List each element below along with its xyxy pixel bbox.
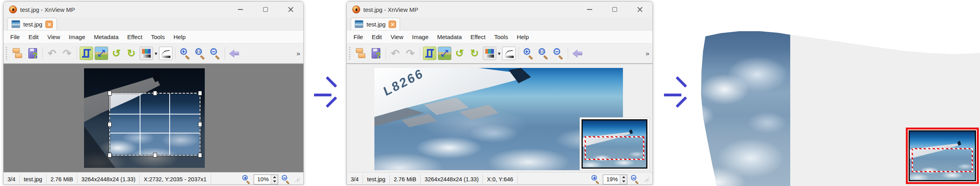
zoom-level-spinner[interactable]: 10% (254, 175, 278, 184)
menu-view[interactable]: View (386, 34, 408, 40)
zoom-actual-size-icon[interactable]: 1:1 (537, 47, 550, 60)
close-button[interactable] (627, 2, 653, 17)
status-cursor-position: X:0, Y:646 (483, 175, 518, 184)
crop-handle[interactable] (108, 153, 112, 158)
resize-grip[interactable] (644, 177, 649, 182)
rotate-left-icon[interactable]: ↺ (453, 47, 466, 60)
menu-view[interactable]: View (43, 34, 64, 40)
curves-icon[interactable] (159, 47, 172, 60)
tab-close-button[interactable] (389, 21, 396, 28)
toolbar-drag-handle[interactable] (349, 47, 352, 60)
crop-handle[interactable] (198, 122, 202, 127)
status-zoom-in-icon[interactable] (241, 175, 251, 184)
colors-dropdown-icon[interactable]: ▾ (155, 51, 157, 56)
zoom-in-icon[interactable] (522, 47, 535, 60)
status-cursor-position: X:2732, Y:2035 - 2037x1 (140, 175, 211, 184)
menu-effect[interactable]: Effect (466, 34, 490, 40)
rotate-right-icon[interactable]: ↻ (125, 47, 138, 60)
crop-handle[interactable] (153, 153, 157, 158)
crop-handle[interactable] (198, 91, 202, 96)
toolbar-drag-handle[interactable] (6, 47, 8, 60)
title-bar[interactable]: test.jpg - XnView MP (4, 2, 303, 17)
zoom-out-icon[interactable] (552, 47, 565, 60)
zoom-spinner-up[interactable] (271, 175, 278, 180)
navigator-panel[interactable] (580, 117, 649, 171)
tab-label: test.jpg (367, 21, 385, 28)
toolbar: ? ↶ ↷ ⤢ ↺ ↻ ▾ 1:1 » (4, 43, 303, 64)
navigator-viewport-rect[interactable] (585, 136, 644, 160)
undo-icon[interactable]: ↶ (45, 47, 59, 60)
menu-help[interactable]: Help (512, 34, 533, 40)
image-canvas[interactable]: L8266 (347, 64, 653, 172)
status-filename: test.jpg (20, 175, 47, 184)
rotate-right-icon[interactable]: ↻ (468, 47, 481, 60)
image-canvas[interactable] (4, 64, 303, 172)
minimize-button[interactable] (577, 2, 602, 17)
rotate-left-icon[interactable]: ↺ (110, 47, 123, 60)
menu-tools[interactable]: Tools (490, 34, 512, 40)
crop-icon[interactable] (423, 47, 436, 60)
status-filesize: 2.76 MiB (47, 175, 77, 184)
grid-line (110, 114, 200, 115)
zoom-actual-size-icon[interactable]: 1:1 (193, 47, 207, 60)
save-icon[interactable]: ? (26, 47, 39, 60)
tab-test-jpg[interactable]: test.jpg (351, 18, 400, 30)
browser-icon[interactable] (354, 47, 368, 60)
curves-icon[interactable] (502, 47, 516, 60)
crop-selection[interactable] (109, 93, 200, 156)
redo-icon[interactable]: ↷ (404, 47, 417, 60)
tab-close-button[interactable] (45, 21, 53, 28)
menu-metadata[interactable]: Metadata (433, 34, 466, 40)
status-zoom-out-icon[interactable] (630, 175, 640, 184)
menu-help[interactable]: Help (169, 34, 190, 40)
resize-grip[interactable] (295, 177, 299, 182)
window-title: test.jpg - XnView MP (363, 6, 418, 13)
title-bar[interactable]: test.jpg - XnView MP (347, 2, 653, 17)
zoom-spinner-down[interactable] (271, 179, 278, 184)
crop-icon[interactable] (80, 47, 93, 60)
crop-handle[interactable] (198, 153, 202, 158)
zoom-spinner-up[interactable] (620, 175, 627, 180)
colors-dropdown-icon[interactable]: ▾ (498, 51, 501, 56)
tab-thumbnail (11, 20, 20, 28)
zoom-out-icon[interactable] (208, 47, 222, 60)
toolbar-overflow-icon[interactable]: » (646, 43, 649, 64)
zoom-in-icon[interactable] (178, 47, 192, 60)
xnview-app-icon (9, 6, 17, 13)
tab-test-jpg[interactable]: test.jpg (7, 18, 57, 30)
browser-icon[interactable] (11, 47, 24, 60)
adjust-colors-icon[interactable] (140, 47, 153, 60)
status-zoom-out-icon[interactable] (281, 175, 290, 184)
menu-tools[interactable]: Tools (147, 34, 169, 40)
zoom-spinner-down[interactable] (620, 179, 627, 184)
maximize-button[interactable] (253, 2, 278, 17)
previous-image-icon[interactable] (228, 47, 241, 60)
crop-handle[interactable] (108, 122, 112, 127)
zoom-level-spinner[interactable]: 19% (603, 175, 627, 184)
save-icon[interactable]: ? (369, 47, 383, 60)
status-filesize: 2.76 MiB (390, 175, 421, 184)
menu-file[interactable]: File (349, 34, 367, 40)
toolbar: ? ↶ ↷ ⤢ ↺ ↻ ▾ 1:1 » (347, 43, 653, 64)
resize-icon[interactable]: ⤢ (438, 47, 451, 60)
undo-icon[interactable]: ↶ (389, 47, 402, 60)
resize-icon[interactable]: ⤢ (95, 47, 108, 60)
status-zoom-in-icon[interactable] (591, 175, 600, 184)
menu-effect[interactable]: Effect (123, 34, 147, 40)
menu-image[interactable]: Image (408, 34, 433, 40)
menu-file[interactable]: File (6, 34, 24, 40)
crop-handle[interactable] (153, 91, 157, 96)
maximize-button[interactable] (602, 2, 627, 17)
menu-image[interactable]: Image (64, 34, 90, 40)
menu-edit[interactable]: Edit (24, 34, 43, 40)
previous-image-icon[interactable] (571, 47, 584, 60)
toolbar-overflow-icon[interactable]: » (297, 43, 300, 64)
minimize-button[interactable] (228, 2, 253, 17)
close-button[interactable] (278, 2, 303, 17)
crop-handle[interactable] (108, 91, 112, 96)
redo-icon[interactable]: ↷ (60, 47, 74, 60)
adjust-colors-icon[interactable] (483, 47, 496, 60)
menu-metadata[interactable]: Metadata (90, 34, 123, 40)
menu-edit[interactable]: Edit (367, 34, 386, 40)
close-icon (288, 7, 294, 12)
